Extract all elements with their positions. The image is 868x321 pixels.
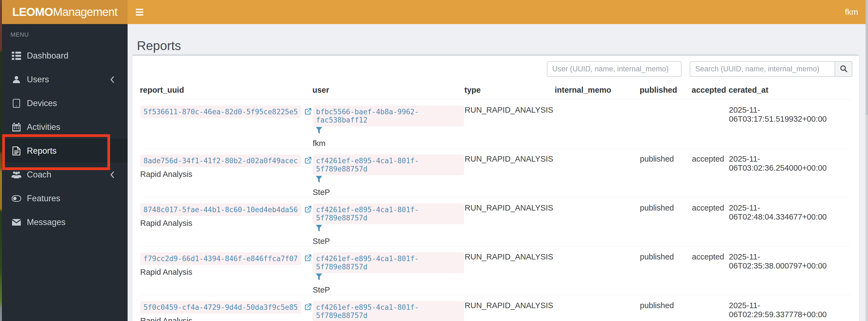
table-row: f79cc2d9-66d1-4394-846f-e846ffca7f07 Rap…: [140, 246, 851, 295]
sidebar-item-label: Messages: [27, 217, 65, 227]
filters-row: [132, 61, 852, 77]
desktop-wallpaper-sliver: [0, 0, 2, 321]
sidebar-menu: Dashboard Users Devices Activities Repor…: [2, 44, 128, 234]
sidebar-item-users[interactable]: Users: [2, 68, 128, 91]
sidebar-item-activities[interactable]: Activities: [2, 115, 128, 139]
external-link-icon[interactable]: [304, 156, 312, 166]
col-type: type: [464, 81, 555, 99]
user-name: SteP: [313, 285, 464, 294]
sidebar-section-label: MENU: [2, 24, 128, 38]
sidebar: MENU Dashboard Users Devices Activities …: [2, 24, 128, 321]
sidebar-item-devices[interactable]: Devices: [2, 91, 128, 115]
navbar: fkm: [128, 0, 868, 24]
search-button[interactable]: [835, 61, 852, 77]
reports-panel: report_uuid user type internal_memo publ…: [132, 55, 859, 321]
report-uuid-chip[interactable]: f79cc2d9-66d1-4394-846f-e846ffca7f07: [140, 252, 301, 265]
accepted-status: [692, 295, 728, 321]
internal-memo: [555, 295, 640, 321]
col-cerated-at: cerated_at: [728, 81, 851, 99]
sidebar-item-dashboard[interactable]: Dashboard: [2, 44, 128, 68]
created-at: 2025-11-06T02:48:04.334677+00:00: [728, 197, 851, 246]
published-status: published: [640, 148, 692, 197]
sidebar-item-reports[interactable]: Reports: [2, 139, 128, 163]
search-input[interactable]: [690, 61, 835, 77]
report-uuid-chip[interactable]: 8ade756d-34f1-41f2-80b2-d02a0f49acec: [140, 154, 301, 167]
sidebar-item-label: Features: [27, 193, 60, 204]
tablet-icon: [11, 99, 21, 108]
topbar: LEOMOManagement fkm: [2, 0, 868, 24]
search-icon: [839, 64, 848, 74]
table-row: 8748c017-5fae-44b1-8c60-10ed4eb4da56 Rap…: [140, 197, 851, 246]
external-link-icon[interactable]: [304, 303, 312, 313]
external-link-icon[interactable]: [304, 107, 312, 117]
user-icon: [11, 75, 21, 84]
external-link-icon[interactable]: [304, 254, 312, 264]
table-row: 8ade756d-34f1-41f2-80b2-d02a0f49acec Rap…: [140, 148, 851, 197]
user-name: fkm: [313, 139, 464, 148]
table-row: 5f536611-870c-46ea-82d0-5f95ce8225e5 bfb…: [140, 99, 851, 148]
report-uuid-chip[interactable]: 5f536611-870c-46ea-82d0-5f95ce8225e5: [140, 106, 301, 118]
accepted-status: accepted: [692, 246, 728, 295]
internal-memo: [555, 197, 640, 246]
logo-light: Management: [53, 5, 117, 19]
col-published: published: [640, 81, 692, 99]
toggle-icon: [11, 193, 21, 204]
users-group-icon: [11, 170, 21, 180]
published-status: published: [640, 246, 692, 295]
scrollbar-thumb[interactable]: [866, 0, 868, 115]
accepted-status: accepted: [692, 148, 728, 197]
user-uuid-chip[interactable]: cf4261ef-e895-4ca1-801f-5f789e88757d: [313, 301, 464, 321]
created-at: 2025-11-06T03:02:36.254000+00:00: [728, 148, 851, 197]
user-filter-input[interactable]: [547, 61, 682, 77]
filter-funnel-icon[interactable]: [315, 224, 322, 234]
created-at: 2025-11-06T02:35:38.000797+00:00: [728, 246, 851, 295]
sidebar-item-label: Activities: [27, 122, 60, 132]
user-uuid-chip[interactable]: cf4261ef-e895-4ca1-801f-5f789e88757d: [313, 252, 464, 273]
published-status: [640, 99, 692, 148]
internal-memo: [555, 246, 640, 295]
filter-funnel-icon[interactable]: [315, 273, 322, 283]
internal-memo: [555, 148, 640, 197]
report-uuid-chip[interactable]: 8748c017-5fae-44b1-8c60-10ed4eb4da56: [140, 204, 301, 216]
sidebar-item-label: Reports: [27, 146, 57, 156]
report-type: RUN_RAPID_ANALYSIS: [464, 148, 555, 197]
user-uuid-chip[interactable]: bfbc5566-baef-4b8a-9962-fac538baff12: [313, 106, 464, 126]
page-title: Reports: [137, 38, 181, 53]
accepted-status: [692, 99, 728, 148]
hamburger-menu-icon[interactable]: [136, 9, 143, 15]
report-name: Rapid Analysis: [140, 316, 312, 321]
report-type: RUN_RAPID_ANALYSIS: [464, 99, 555, 148]
col-internal-memo: internal_memo: [555, 81, 640, 99]
logo-bold: LEOMO: [12, 5, 53, 19]
table-row: 5f0c0459-cf4a-4729-9d4d-50da3f9c5e85 Rap…: [140, 295, 851, 321]
published-status: published: [640, 197, 692, 246]
col-user: user: [312, 81, 464, 99]
col-accepted: accepted: [692, 81, 728, 99]
accepted-status: accepted: [692, 197, 728, 246]
report-uuid-chip[interactable]: 5f0c0459-cf4a-4729-9d4d-50da3f9c5e85: [140, 301, 301, 314]
created-at: 2025-11-06T03:17:51.519932+00:00: [728, 99, 851, 148]
report-name: Rapid Analysis: [140, 170, 312, 179]
created-at: 2025-11-06T02:29:59.337778+00:00: [728, 295, 851, 321]
table-header-row: report_uuid user type internal_memo publ…: [140, 81, 851, 99]
envelope-icon: [11, 217, 21, 227]
filter-funnel-icon[interactable]: [315, 127, 322, 136]
sidebar-item-coach[interactable]: Coach: [2, 163, 128, 186]
navbar-username[interactable]: fkm: [845, 7, 858, 17]
th-list-icon: [11, 51, 21, 61]
report-type: RUN_RAPID_ANALYSIS: [464, 246, 555, 295]
report-name: Rapid Analysis: [140, 219, 312, 228]
browser-scrollbar[interactable]: [866, 0, 868, 321]
reports-table: report_uuid user type internal_memo publ…: [140, 81, 851, 321]
report-type: RUN_RAPID_ANALYSIS: [464, 197, 555, 246]
sidebar-item-messages[interactable]: Messages: [2, 210, 128, 234]
sidebar-item-label: Devices: [27, 99, 57, 108]
user-uuid-chip[interactable]: cf4261ef-e895-4ca1-801f-5f789e88757d: [313, 154, 464, 175]
col-report-uuid: report_uuid: [140, 81, 312, 99]
sidebar-item-features[interactable]: Features: [2, 186, 128, 210]
external-link-icon[interactable]: [304, 205, 312, 215]
user-uuid-chip[interactable]: cf4261ef-e895-4ca1-801f-5f789e88757d: [313, 204, 464, 224]
app-logo[interactable]: LEOMOManagement: [2, 0, 128, 24]
filter-funnel-icon[interactable]: [315, 176, 322, 185]
chevron-left-icon: [110, 76, 115, 83]
